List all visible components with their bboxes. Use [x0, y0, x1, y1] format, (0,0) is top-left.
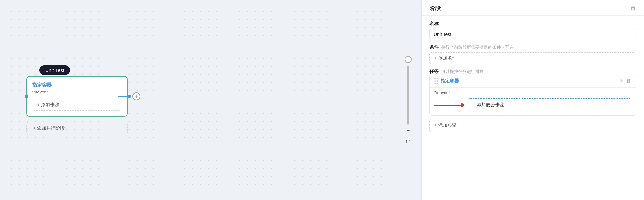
drag-handle[interactable] — [434, 78, 438, 84]
condition-row: 条件 执行当前阶段所需要满足的条件（可选） — [429, 44, 636, 50]
drag-dot — [437, 80, 438, 82]
add-condition-button[interactable]: + 添加条件 — [429, 52, 636, 64]
drag-dot — [434, 78, 436, 79]
name-input[interactable] — [429, 29, 636, 40]
node-card: + 指定容器 "maven" + 添加步骤 — [26, 76, 128, 117]
task-actions: ✎ 🗑 — [619, 78, 631, 84]
panel-body: 名称 条件 执行当前阶段所需要满足的条件（可选） + 添加条件 任务 可以拖拽任… — [422, 16, 644, 137]
panel-delete-icon[interactable]: 🗑 — [630, 5, 636, 12]
red-arrow — [434, 102, 465, 108]
task-container-block: 指定容器 ✎ 🗑 "maven" — [429, 75, 636, 116]
add-parallel-button[interactable]: + 添加并行阶段 — [26, 122, 128, 135]
canvas-area: Unit Test + 指定容器 "maven" + 添加步骤 + 添加并行阶段 — [0, 0, 395, 200]
slider-area: − 1:1 — [395, 0, 421, 200]
add-nested-step-button[interactable]: + 添加嵌套步骤 — [468, 98, 631, 111]
task-section: 任务 可以拖拽任务进行排序 指定容器 — [429, 69, 636, 132]
arrow-head — [461, 102, 465, 108]
arrow-shaft — [434, 105, 461, 106]
drag-dot — [437, 83, 438, 84]
condition-hint: 执行当前阶段所需要满足的条件（可选） — [441, 44, 518, 50]
condition-field-group: 条件 执行当前阶段所需要满足的条件（可选） + 添加条件 — [429, 44, 636, 64]
task-edit-icon[interactable]: ✎ — [619, 78, 624, 84]
node-label[interactable]: Unit Test — [39, 65, 70, 75]
add-connector-button[interactable]: + — [132, 92, 140, 100]
name-field-group: 名称 — [429, 21, 636, 40]
task-container-header: 指定容器 ✎ 🗑 — [430, 75, 636, 88]
add-step-button[interactable]: + 添加步骤 — [32, 99, 122, 111]
container-title[interactable]: 指定容器 — [32, 82, 122, 88]
slider-minus-button[interactable]: − — [407, 127, 410, 134]
task-inner-content: "maven" + 添加嵌套步骤 — [430, 88, 636, 115]
add-step-bottom-button[interactable]: + 添加步骤 — [429, 119, 636, 132]
panel-title: 阶段 — [429, 5, 441, 12]
container-sub: "maven" — [32, 90, 122, 94]
drag-dot — [437, 78, 438, 79]
drag-dot — [434, 80, 436, 82]
slider-handle[interactable] — [405, 56, 412, 63]
task-container-sub: "maven" — [434, 90, 631, 95]
slider-ratio: 1:1 — [405, 139, 411, 144]
condition-label: 条件 — [429, 44, 439, 50]
task-header-row: 任务 可以拖拽任务进行排序 — [429, 69, 636, 75]
right-panel: 阶段 🗑 名称 条件 执行当前阶段所需要满足的条件（可选） + 添加条件 任务 … — [421, 0, 644, 200]
task-trash-icon[interactable]: 🗑 — [626, 78, 631, 84]
pipeline-wrapper: Unit Test + 指定容器 "maven" + 添加步骤 + 添加并行阶段 — [26, 65, 128, 135]
task-hint: 可以拖拽任务进行排序 — [441, 69, 484, 75]
connector-dot — [128, 95, 131, 98]
task-container-title: 指定容器 — [441, 78, 617, 84]
drag-dot — [434, 83, 436, 84]
task-label: 任务 — [429, 69, 439, 75]
panel-header: 阶段 🗑 — [422, 0, 644, 16]
nested-wrapper: + 添加嵌套步骤 — [434, 98, 631, 111]
node-connector: + — [118, 92, 140, 100]
slider-track — [407, 66, 409, 125]
connector-line — [118, 96, 128, 97]
name-field-label: 名称 — [429, 21, 636, 27]
